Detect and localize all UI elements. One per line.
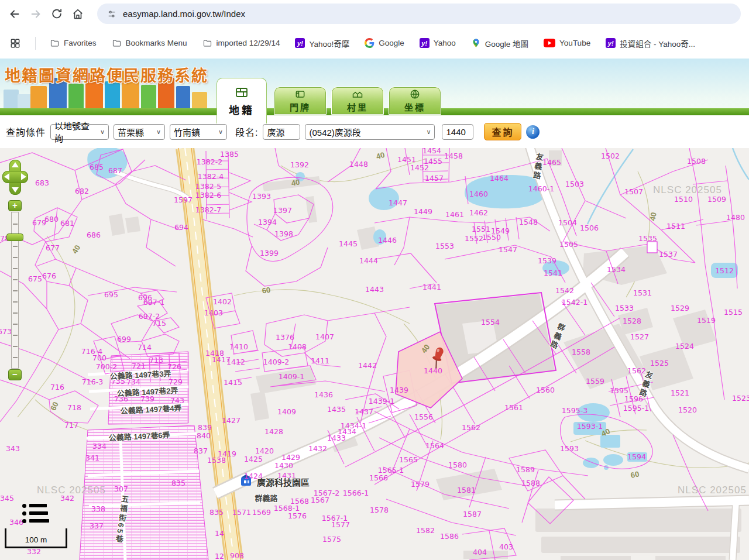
section-select[interactable]: (0542)廣源段∨ [305, 124, 435, 140]
tab-label: 門牌 [290, 101, 311, 113]
zoom-out-button[interactable]: − [8, 369, 22, 380]
zoom-tick [13, 301, 18, 303]
url-text: easymap.land.moi.gov.tw/Index [123, 9, 245, 19]
site-logo: 地籍圖資網路便民服務系統 [5, 63, 208, 86]
address-bar[interactable]: easymap.land.moi.gov.tw/Index [97, 4, 741, 24]
tab-doorplate[interactable]: 門牌 [274, 87, 327, 115]
county-select[interactable]: 苗栗縣∨ [114, 124, 165, 140]
folder-icon [112, 38, 122, 48]
scale-bar: 100 m [5, 528, 67, 548]
folder-icon [202, 38, 212, 48]
home-icon[interactable] [71, 8, 84, 20]
subdivision-hatch [80, 352, 208, 560]
tab-coordinate[interactable]: 坐標 [389, 87, 441, 115]
bookmark-label: YouTube [559, 39, 590, 47]
tab-label: 村里 [347, 101, 368, 113]
query-conditions-label: 查詢條件 [6, 125, 46, 139]
town-select[interactable]: 竹南鎮∨ [170, 124, 227, 140]
youtube-icon [544, 39, 555, 47]
bookmark-item[interactable]: Bookmarks Menu [112, 38, 187, 48]
search-button[interactable]: 查詢 [484, 123, 521, 140]
bookmark-label: imported 12/29/14 [217, 39, 280, 47]
yahoo-icon: y! [295, 38, 305, 48]
bookmark-label: Favorites [64, 39, 97, 47]
bookmark-item[interactable]: Google 地圖 [471, 37, 528, 49]
apps-grid-icon[interactable] [9, 37, 21, 49]
bookmark-label: Google [379, 39, 404, 47]
google-maps-icon [471, 38, 481, 48]
bookmark-label: Bookmarks Menu [126, 39, 187, 47]
bookmark-item[interactable]: YouTube [544, 39, 590, 47]
browser-toolbar: easymap.land.moi.gov.tw/Index [0, 0, 749, 28]
yahoo-icon: y! [606, 38, 616, 48]
layers-list-icon[interactable] [22, 504, 51, 530]
bookmark-item[interactable]: y!投資組合 - Yahoo奇... [606, 37, 695, 49]
back-icon[interactable] [8, 8, 21, 20]
pan-control[interactable] [2, 160, 28, 195]
bookmark-label: Yahoo [434, 39, 456, 47]
zoom-tick [13, 268, 18, 269]
map-viewport[interactable]: 6836826856876796806816866786776756766946… [0, 148, 749, 560]
zoom-tick [13, 257, 18, 258]
bookmark-label: Google 地圖 [485, 37, 528, 49]
cadastre-icon [235, 85, 249, 99]
parcel-number-input[interactable] [442, 124, 473, 140]
scale-label: 100 m [6, 535, 66, 544]
query-bar: 查詢條件 以地號查詢∨ 苗栗縣∨ 竹南鎮∨ 段名: (0542)廣源段∨ 查詢 … [0, 115, 749, 148]
zoom-tick [13, 246, 18, 247]
folder-icon [50, 38, 60, 48]
bookmark-item[interactable]: y!Yahoo!奇摩 [295, 37, 349, 49]
pan-down-icon [12, 187, 19, 193]
globe-icon [409, 88, 421, 100]
zoom-tick [13, 279, 18, 280]
yahoo-icon: y! [420, 38, 430, 48]
google-icon [365, 38, 374, 48]
bookmarks-bar: FavoritesBookmarks Menuimported 12/29/14… [0, 28, 749, 59]
tab-cadastre[interactable]: 地籍 [217, 78, 267, 123]
zoom-slider-handle[interactable] [6, 233, 23, 241]
zoom-tick [13, 357, 18, 358]
pan-right-icon [21, 173, 26, 180]
bookmark-label: Yahoo!奇摩 [309, 37, 349, 49]
doorplate-icon [294, 88, 306, 100]
info-icon[interactable]: i [526, 125, 540, 139]
section-name-input[interactable] [263, 124, 300, 140]
streams [587, 148, 749, 224]
pan-up-icon [12, 162, 19, 167]
tab-village[interactable]: 村里 [331, 87, 384, 115]
pan-left-icon [4, 173, 9, 180]
site-settings-icon[interactable] [106, 9, 117, 19]
village-icon [352, 88, 363, 100]
section-label: 段名: [235, 125, 258, 139]
reload-icon[interactable] [50, 8, 63, 20]
zoom-in-button[interactable]: + [8, 200, 22, 211]
tab-label: 坐標 [404, 101, 425, 113]
site-header: 地籍圖資網路便民服務系統 地籍門牌村里坐標 [0, 59, 749, 115]
zoom-tick [13, 346, 18, 347]
bookmark-item[interactable]: imported 12/29/14 [202, 38, 280, 48]
zoom-tick [13, 324, 18, 325]
zoom-tick [13, 290, 18, 291]
search-type-select[interactable]: 以地號查詢∨ [50, 124, 109, 140]
bookmark-item[interactable]: Favorites [50, 38, 97, 48]
zoom-tick [13, 224, 18, 225]
bookmark-label: 投資組合 - Yahoo奇... [620, 37, 695, 49]
forward-icon[interactable] [29, 8, 42, 20]
zoom-tick [13, 312, 18, 314]
tab-label: 地籍 [229, 102, 255, 117]
bookmark-item[interactable]: y!Yahoo [420, 38, 456, 48]
bookmark-item[interactable]: Google [365, 38, 404, 48]
zoom-tick [13, 335, 18, 336]
divider [35, 37, 36, 50]
cadastral-map-canvas[interactable] [0, 148, 749, 560]
